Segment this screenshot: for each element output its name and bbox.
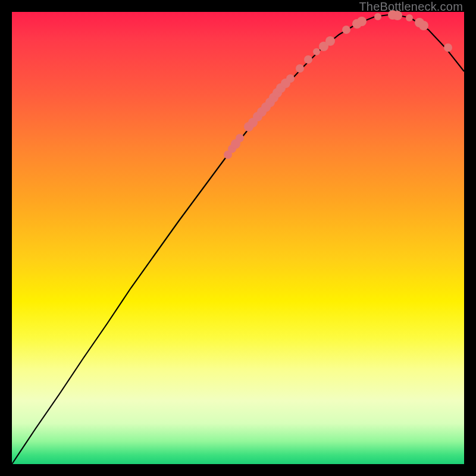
data-marker — [286, 74, 295, 83]
data-marker — [313, 48, 320, 55]
data-marker — [325, 36, 335, 46]
data-marker — [406, 14, 413, 21]
data-marker — [357, 17, 367, 26]
data-marker — [342, 26, 350, 34]
data-markers — [224, 10, 452, 159]
chart-svg — [12, 12, 464, 464]
plot-area — [12, 12, 464, 464]
watermark-text: TheBottleneck.com — [359, 0, 463, 14]
data-marker — [374, 13, 381, 20]
chart-stage: TheBottleneck.com — [0, 0, 476, 476]
bottleneck-curve — [12, 14, 464, 464]
data-marker — [304, 55, 312, 64]
data-marker — [419, 21, 428, 30]
data-marker — [296, 64, 304, 73]
data-marker — [444, 43, 452, 52]
data-marker — [236, 134, 244, 142]
